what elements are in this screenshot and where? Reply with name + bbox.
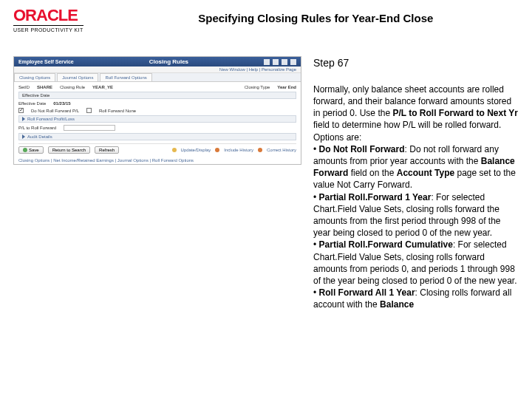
app-topbar: Employee Self Service Closing Rules [14, 57, 301, 66]
b4-bold: Roll Forward All 1 Year [319, 287, 415, 298]
closetype-label: Closing Type [245, 85, 270, 89]
correct-icon [258, 148, 262, 152]
update-icon [172, 148, 177, 152]
closetype-value: Year End [277, 85, 296, 89]
home-icon[interactable] [264, 59, 270, 65]
menu-icon[interactable] [290, 59, 296, 65]
correct-link[interactable]: Correct History [267, 148, 296, 152]
brand-name: ORACLE [13, 7, 78, 24]
app-nav-title: Employee Self Service [18, 59, 74, 64]
rule-value: YEAR_YE [92, 85, 113, 89]
setid-value: SHARE [37, 85, 52, 89]
bullet-3: • Partial Roll.Forward Cumulative: For s… [313, 239, 517, 286]
step-label: Step 67 [313, 56, 519, 70]
effdate-value: 01/23/15 [53, 101, 70, 106]
brand-logo: ORACLE USER PRODUCTIVITY KIT [13, 7, 83, 33]
pl-rollforward-label: P/L to Roll Forward [18, 126, 56, 130]
audit-title: Audit Details [27, 134, 52, 139]
history-icon [215, 148, 219, 152]
search-icon[interactable] [273, 59, 279, 65]
app-topbar-icons [264, 59, 296, 65]
rule-label: Closing Rule [60, 85, 85, 89]
checkbox-rollforward-none[interactable] [86, 108, 92, 113]
b2-bold: Partial Roll.Forward 1 Year [319, 192, 432, 202]
b4-bold2: Balance [380, 299, 414, 310]
chevron-right-icon [22, 117, 25, 121]
app-tabs: Closing Options Journal Options Roll For… [14, 73, 301, 82]
intro-bold-1: P/L to Roll Forward to Next Yr [392, 108, 518, 118]
refresh-button[interactable]: Refresh [95, 146, 119, 154]
content-area: Employee Self Service Closing Rules New … [0, 38, 532, 310]
section-audit-details[interactable]: Audit Details [18, 133, 296, 140]
page-header: ORACLE USER PRODUCTIVITY KIT Specifying … [0, 0, 532, 38]
chk1-label: Do Not Roll Forward P/L [31, 109, 79, 113]
chk2-label: Roll Forward None [99, 109, 136, 113]
chevron-right-icon [22, 134, 25, 139]
b1-bold3: Account Type [397, 168, 454, 178]
tab-journal-options[interactable]: Journal Options [57, 73, 98, 81]
bullet-4: • Roll Forward All 1 Year: Closing rolls… [313, 287, 511, 310]
checkbox-no-rollforward[interactable] [18, 108, 24, 113]
b1-text-2: field on the [348, 168, 396, 178]
return-button[interactable]: Return to Search [48, 146, 90, 154]
brand-subtitle: USER PRODUCTIVITY KIT [13, 25, 83, 33]
section-roll-forward-pl[interactable]: Roll Forward Profit/Loss [18, 115, 296, 123]
update-link[interactable]: Update/Display [181, 148, 211, 152]
intro-text-2: field to determine how P/L will be rolle… [313, 120, 501, 142]
save-label: Save [29, 148, 39, 152]
instruction-text: Normally, only balance sheet accounts ar… [313, 83, 519, 311]
save-button[interactable]: Save [18, 146, 44, 154]
bullet-1: • Do Not Roll Forward: Do not roll forwa… [313, 144, 516, 191]
return-label: Return to Search [52, 148, 86, 152]
app-window: Employee Self Service Closing Rules New … [13, 56, 301, 165]
instruction-column: Step 67 Normally, only balance sheet acc… [313, 56, 519, 310]
page-title: Specifying Closing Rules for Year-End Cl… [83, 7, 519, 24]
app-page-title: Closing Rules [74, 58, 264, 65]
pl-rollforward-select[interactable] [64, 125, 115, 131]
history-link[interactable]: Include History [224, 148, 253, 152]
effdate-label: Effective Date [22, 93, 50, 98]
effdate-label2: Effective Date [18, 101, 46, 106]
setid-label: SetID [18, 85, 30, 89]
b3-bold: Partial Roll.Forward Cumulative [319, 239, 453, 250]
app-body: SetID SHARE Closing Rule YEAR_YE Closing… [14, 82, 301, 157]
section-effective-date: Effective Date [18, 92, 296, 99]
tab-roll-forward[interactable]: Roll Forward Options [100, 73, 151, 81]
app-help-links[interactable]: New Window | Help | Personalize Page [14, 66, 301, 73]
b1-bold: Do Not Roll Forward [319, 144, 405, 154]
app-button-row: Save Return to Search Refresh Update/Dis… [18, 143, 296, 154]
app-footer-links[interactable]: Closing Options | Net Income/Retained Ea… [14, 157, 301, 164]
bullet-2: • Partial Roll.Forward 1 Year: For selec… [313, 192, 500, 239]
tab-closing-options[interactable]: Closing Options [14, 73, 55, 81]
save-icon [23, 148, 27, 152]
flag-icon[interactable] [282, 59, 287, 65]
refresh-label: Refresh [99, 148, 115, 152]
section-title: Roll Forward Profit/Loss [27, 117, 75, 121]
app-screenshot: Employee Self Service Closing Rules New … [13, 56, 301, 310]
